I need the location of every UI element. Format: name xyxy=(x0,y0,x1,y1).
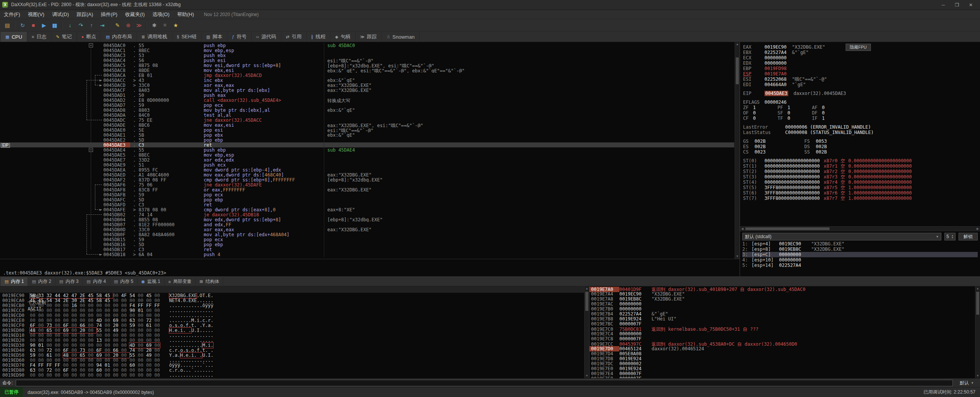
maximize-button[interactable]: ❐ xyxy=(950,0,964,10)
dump-row[interactable]: 0019ECA04E 45 54 34 2E 30 2E 45 58 45 00… xyxy=(0,298,589,303)
disasm-row[interactable]: 0045DB0F.8A82 048A4600mov al,byte ptr ds… xyxy=(0,232,734,237)
bottom-tab-memory-3[interactable]: ▤内存 3 xyxy=(56,277,83,286)
stack-row[interactable]: 0019E7E40000007F xyxy=(590,371,975,376)
segment-row[interactable]: GS002BFS0053 xyxy=(743,139,977,144)
menu-item[interactable]: 文件(F) xyxy=(0,10,24,19)
menu-item[interactable]: 跟踪(A) xyxy=(73,10,97,19)
scroll-down-icon[interactable]: ▼ xyxy=(975,374,980,378)
disasm-row[interactable]: 0045DACA.EB 01jmp daxxor(32).45DACD xyxy=(0,73,734,78)
scroll-right-icon[interactable]: ▶ xyxy=(975,227,980,231)
disasm-row[interactable]: 0045DAE2.5Dpop ebp xyxy=(0,137,734,142)
tab-seh[interactable]: §SEH链 xyxy=(172,32,202,42)
memory-dump-pane[interactable]: 地址 十六进制 ASCII 0019EC9058 33 32 44 42 47 … xyxy=(0,286,590,378)
titlebar[interactable]: X DaXXoR(32).ExE - PID: 2800 - 模块: daxxo… xyxy=(0,0,980,10)
dump-row[interactable]: 0019ED70F4 FF FF FF 00 00 00 00 94 01 00… xyxy=(0,363,589,368)
tab-log[interactable]: ≡日志 xyxy=(27,32,51,42)
tab-symbols[interactable]: ƒ符号 xyxy=(227,32,252,42)
command-profile-dropdown[interactable]: 默认 ▼ xyxy=(956,380,978,386)
disasm-row[interactable]: 0045DAC1.8BECmov ebp,esp xyxy=(0,48,734,53)
toolbar-stop-button[interactable]: ■ xyxy=(28,20,38,30)
disasm-row[interactable]: 0045DAD1.50push eax xyxy=(0,93,734,98)
register-row[interactable]: EDX00000000 xyxy=(743,60,977,66)
last-error-row[interactable]: LastStatusC0000008 (STATUS_INVALID_HANDL… xyxy=(743,130,977,135)
dump-row[interactable]: 0019ECF06F 00 73 00 6F 00 66 00 74 00 20… xyxy=(0,323,589,328)
registers-horizontal-scrollbar[interactable]: ◀ ▶ xyxy=(740,226,980,231)
scrollbar-thumb[interactable] xyxy=(736,57,739,84)
toolbar-pause-button[interactable]: ▮▮ xyxy=(49,20,60,30)
scrollbar-thumb[interactable] xyxy=(745,227,830,230)
toolbar-favourites-button[interactable]: ★ xyxy=(170,20,181,30)
dump-row[interactable]: 0019ED5059 00 61 00 48 00 65 00 69 00 20… xyxy=(0,353,589,358)
stack-row[interactable]: 0019E7C075B0DC81返回到 kernelbase.sub_75B0D… xyxy=(590,326,975,331)
dump-row[interactable]: 0019ECD000 00 00 00 00 00 00 00 00 00 00… xyxy=(0,313,589,318)
disasm-row[interactable]: 0045DB0D.33C0xor eax,eaxeax:"X32DBG.EXE" xyxy=(0,227,734,232)
dump-row[interactable]: 0019ED6000 00 00 00 00 00 00 00 00 00 00… xyxy=(0,358,589,363)
fpu-register-row[interactable]: ST(7)3FFF8000000000000000x87r7空1.0000000… xyxy=(743,196,977,201)
disasm-row[interactable]: 0045DAFE>8378 08 00cmp dword ptr ds:[eax… xyxy=(0,207,734,212)
bottom-tab-watch-1[interactable]: ◉监视 1 xyxy=(137,277,165,286)
scroll-up-icon[interactable]: ▲ xyxy=(975,286,980,291)
disassembly-scrollbar[interactable]: ▲ ▼ xyxy=(735,42,740,259)
argument-row[interactable]: 2:[esp+8]0019EB8C"X32DBG.EXE" xyxy=(742,247,978,252)
fold-icon[interactable]: − xyxy=(89,43,93,47)
stack-row[interactable]: 0019E7E80000007F xyxy=(590,376,975,378)
disasm-row[interactable]: 0045DAFC.5Dpop ebp xyxy=(0,197,734,202)
argument-row[interactable]: 5:[esp+14]022527A4 xyxy=(742,263,978,268)
argument-row[interactable]: 1:[esp+4]0019EC90"X32DBG.EXE" xyxy=(742,241,978,247)
stack-row[interactable]: 0019E7B4022527A4&"`gE" xyxy=(590,311,975,316)
stack-row[interactable]: 0019E7C80000007F xyxy=(590,336,975,341)
menu-item[interactable]: 选项(O) xyxy=(149,10,173,19)
disassembly-view[interactable]: ▸▸▸▸ −0045DAC0.55push ebpsub_45DAC00045D… xyxy=(0,42,740,259)
bottom-tab-memory-5[interactable]: ▤内存 5 xyxy=(110,277,137,286)
toolbar-open-file-button[interactable]: ▤ xyxy=(2,20,12,30)
disasm-row[interactable]: 0045DAD8.8803mov byte ptr ds:[ebx],alebx… xyxy=(0,108,734,113)
tab-memory-map[interactable]: ▤内存布局 xyxy=(101,32,137,42)
stack-row[interactable]: 0019E7DC00000002 xyxy=(590,361,975,366)
register-row[interactable]: EDI004664A0"`gE" xyxy=(743,82,977,87)
disasm-row[interactable]: EIP0045DAE3.C3ret xyxy=(0,142,734,147)
disasm-row[interactable]: 0045DAE9.51push ecx xyxy=(0,162,734,167)
stack-row[interactable]: 0019E7E00019E924 xyxy=(590,366,975,371)
menu-item[interactable]: 视图(V) xyxy=(24,10,48,19)
disasm-row[interactable]: 0045DAC4.56push esiesi:"哦C"==&"`-@" xyxy=(0,58,734,63)
tab-handles[interactable]: ◈句柄 xyxy=(330,32,355,42)
toolbar-step-out-button[interactable]: ↑ xyxy=(86,20,96,30)
stack-row[interactable]: 0019E7CC0045397C返回到 daxxor(32).sub_4538A… xyxy=(590,341,975,346)
disasm-row[interactable]: −0045DAE4.55push ebpsub_45DAE4 xyxy=(0,147,734,152)
register-row[interactable]: EBP0019FD98 xyxy=(743,66,977,71)
dump-row[interactable]: 0019ECB000 00 00 00 00 16 00 00 00 00 00… xyxy=(0,303,589,308)
disasm-row[interactable]: 0045DACF.8A03mov al,byte ptr ds:[ebx]eax… xyxy=(0,88,734,93)
register-row[interactable]: ESP0019E7A0 xyxy=(743,71,977,77)
scrollbar-thumb[interactable] xyxy=(585,292,588,311)
toolbar-patch-button[interactable]: ⊕ xyxy=(122,20,133,30)
scroll-down-icon[interactable]: ▼ xyxy=(735,254,740,259)
stack-row[interactable]: 0019E7D4005E0A08 xyxy=(590,351,975,356)
dump-row[interactable]: 0019ECE000 00 00 00 00 00 00 00 4D 00 69… xyxy=(0,318,589,323)
dump-row[interactable]: 0019ED9000 00 00 00 00 00 00 00 00 00 00… xyxy=(0,372,589,377)
disasm-row[interactable]: 0045DB17.C3ret xyxy=(0,247,734,252)
bottom-tab-struct[interactable]: ⊞结构体 xyxy=(196,277,223,286)
disasm-row[interactable]: 0045DAD7.59pop ecx xyxy=(0,103,734,108)
disasm-row[interactable]: 0045DAFD.C3ret xyxy=(0,202,734,207)
disasm-row[interactable]: 0045DAE7.33D2xor edx,edx xyxy=(0,157,734,162)
dump-row[interactable]: 0019ED3090 01 00 00 00 00 00 00 00 00 00… xyxy=(0,343,589,348)
disasm-row[interactable]: 0045DAD2.E8 0D000000call <daxxor(32).sub… xyxy=(0,98,734,103)
disasm-row[interactable]: 0045DADE.8BC6mov eax,esieax:"X32DBG.EXE"… xyxy=(0,123,734,127)
register-row[interactable]: ESI02252068"哦C"==&"`-@" xyxy=(743,77,977,82)
disasm-row[interactable]: 0045DAE0.5Epop esiesi:"哦C"==&"`-@" xyxy=(0,127,734,132)
disasm-row[interactable]: 0045DB16.5Dpop ebp xyxy=(0,242,734,247)
disasm-row[interactable]: 0045DAE1.5Bpop ebxebx:&"`gE" xyxy=(0,132,734,137)
argument-row[interactable]: 3:[esp+C]00000000 xyxy=(742,252,978,257)
disasm-row[interactable]: 0045DAF8.83C8 FFor eax,FFFFFFFFeax:"X32D… xyxy=(0,187,734,192)
fpu-register-row[interactable]: ST(1)00000000000000000000x87r1空0.0000000… xyxy=(743,163,977,169)
minimize-button[interactable]: ─ xyxy=(936,0,950,10)
disasm-row[interactable]: 0045DADC.75 EEjne daxxor(32).45DACC xyxy=(0,118,734,123)
disasm-row[interactable]: 0045DACC>43inc ebxebx:&"`gE" xyxy=(0,78,734,83)
stack-row[interactable]: 0019E7B80019E924L"Hei UI" xyxy=(590,316,975,321)
scroll-up-icon[interactable]: ▲ xyxy=(735,42,740,47)
tab-threads[interactable]: ∥线程 xyxy=(307,32,331,42)
toolbar-edit-button[interactable]: ✎ xyxy=(112,20,122,30)
tab-breakpoints[interactable]: ●断点 xyxy=(77,32,101,42)
tab-trace[interactable]: ≫跟踪 xyxy=(356,32,382,42)
registers-view[interactable]: 隐藏FPU EAX0019EC90"X32DBG.EXE"EBX022527A4… xyxy=(740,42,980,226)
